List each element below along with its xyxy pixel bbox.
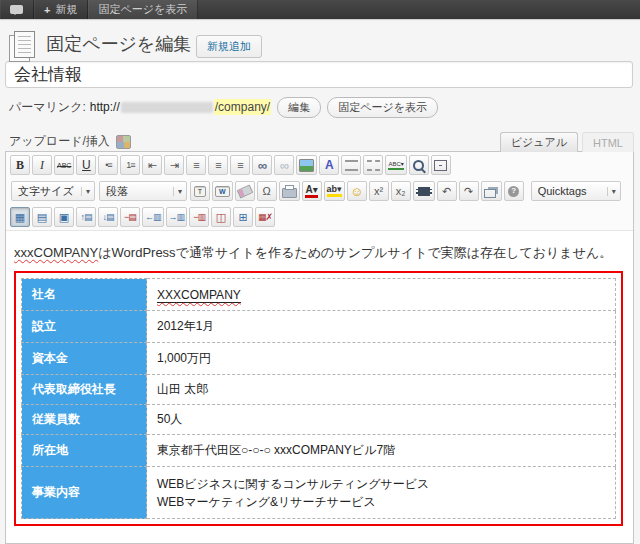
table-row: 所在地 東京都千代田区○-○-○ xxxCOMPANYビル7階 [22,435,616,467]
italic-button[interactable]: I [32,155,52,175]
print-button[interactable] [279,181,300,201]
tab-visual[interactable]: ビジュアル [500,132,578,152]
underline-icon: U [82,159,91,171]
table-value-cell[interactable]: 2012年1月 [147,311,616,343]
format-select[interactable]: 段落 ▾ [99,181,187,201]
highlight-color-button[interactable]: ab▾ [324,181,345,201]
subscript-button[interactable]: x₂ [391,181,411,201]
row-after-icon: ↓▤ [102,213,113,222]
insert-media-button[interactable] [413,181,435,201]
cell-text: 2012年1月 [157,319,214,333]
underline-button[interactable]: U [76,155,96,175]
quicktags-label: Quicktags [538,185,587,197]
insert-table-button[interactable]: ▦ [10,207,30,227]
delete-col-icon: −▥ [193,213,205,222]
table-selection-outline[interactable]: 社名 XXXCOMPANY 設立 2012年1月 [14,271,623,526]
strikethrough-button[interactable]: ABC [54,155,74,175]
table-value-cell[interactable]: 50人 [147,405,616,435]
table-value-cell[interactable]: 東京都千代田区○-○-○ xxxCOMPANYビル7階 [147,435,616,467]
quicktags-select[interactable]: Quicktags ▾ [531,181,621,201]
permalink-slug[interactable]: /company/ [214,99,271,115]
intro-paragraph-text: はWordPressで通常サイトを作るためのサンプルサイトで実際は存在しておりま… [98,245,612,260]
admin-bar-new[interactable]: + 新規 [34,0,88,19]
numbered-list-button[interactable]: 1≡ [120,155,140,175]
paste-word-icon: W [215,186,230,197]
table-header-cell[interactable]: 従業員数 [22,405,147,435]
insert-row-before-button[interactable]: ↑▤ [76,207,96,227]
insert-col-before-button[interactable]: ←▥ [142,207,164,227]
table-cell-props-button[interactable]: ▣ [54,207,74,227]
permalink-row: パーマリンク: http:// /company/ 編集 固定ページを表示 [9,96,634,118]
font-size-select[interactable]: 文字サイズ ▾ [11,181,95,201]
table-header-cell[interactable]: 設立 [22,311,147,343]
editor-tabs: ビジュアル HTML [496,132,634,152]
align-right-button[interactable]: ≡ [230,155,250,175]
page-break-button[interactable] [363,155,383,175]
table-row: 資本金 1,000万円 [22,343,616,375]
add-media-icon[interactable] [116,135,131,149]
bold-button[interactable]: B [10,155,30,175]
emoticon-button[interactable]: ☺ [347,181,367,201]
align-center-button[interactable]: ≡ [208,155,228,175]
delete-table-button[interactable]: ▦✗ [255,207,275,227]
superscript-icon: x² [374,186,383,197]
table-value-cell[interactable]: 1,000万円 [147,343,616,375]
remove-format-button[interactable] [235,181,255,201]
table-row: 設立 2012年1月 [22,311,616,343]
table-icon: ▦ [15,212,25,223]
delete-row-button[interactable]: −▤ [120,207,140,227]
more-tag-button[interactable] [341,155,361,175]
table-value-cell[interactable]: 山田 太郎 [147,375,616,405]
unlink-button[interactable]: ∞ [274,155,294,175]
link-button[interactable]: ∞ [252,155,272,175]
admin-bar: + 新規 固定ページを表示 [0,0,640,19]
table-header-cell[interactable]: 社名 [22,279,147,311]
intro-paragraph: xxxCOMPANYはWordPressで通常サイトを作るためのサンプルサイトで… [14,244,625,261]
table-header-cell[interactable]: 代表取締役社長 [22,375,147,405]
split-cells-button[interactable]: ◫ [211,207,231,227]
insert-image-button[interactable] [296,155,317,175]
table-value-cell[interactable]: WEBビジネスに関するコンサルティングサービス WEBマーケティング&リサーチサ… [147,467,616,519]
indent-icon: ⇥ [170,160,179,171]
col-before-icon: ←▥ [145,213,161,222]
table-header-cell[interactable]: 資本金 [22,343,147,375]
align-left-button[interactable]: ≡ [186,155,206,175]
outdent-button[interactable]: ⇤ [142,155,162,175]
add-new-button[interactable]: 新規追加 [196,35,262,58]
text-color-button[interactable]: A▾ [302,181,322,201]
edit-permalink-button[interactable]: 編集 [277,97,321,118]
superscript-button[interactable]: x² [369,181,389,201]
paste-text-button[interactable]: T [190,181,210,201]
fullscreen-button[interactable] [431,155,451,175]
editor-content[interactable]: xxxCOMPANYはWordPressで通常サイトを作るためのサンプルサイトで… [6,231,633,526]
table-value-cell[interactable]: XXXCOMPANY [147,279,616,311]
indent-button[interactable]: ⇥ [164,155,184,175]
table-header-cell[interactable]: 所在地 [22,435,147,467]
table-row-props-button[interactable]: ▤ [32,207,52,227]
tab-html[interactable]: HTML [582,132,634,152]
redo-button[interactable]: ↷ [459,181,479,201]
special-char-button[interactable]: Ω [257,181,277,201]
table-header-cell[interactable]: 事業内容 [22,467,147,519]
view-page-button[interactable]: 固定ページを表示 [327,97,438,118]
bullet-list-button[interactable]: •≡ [98,155,118,175]
popup-window-button[interactable] [481,181,502,201]
undo-button[interactable]: ↶ [437,181,457,201]
spellcheck-button[interactable]: ABC▾ [385,155,406,175]
table-row: 従業員数 50人 [22,405,616,435]
outdent-icon: ⇤ [148,160,157,171]
merge-cells-button[interactable]: ⊞ [233,207,253,227]
text-style-button[interactable]: A [319,155,339,175]
editor: B I ABC U •≡ 1≡ ⇤ [5,151,634,544]
admin-bar-comments[interactable] [0,0,34,19]
admin-bar-view-page[interactable]: 固定ページを表示 [88,0,198,19]
cell-text: 東京都千代田区○-○-○ xxxCOMPANYビル7階 [157,443,395,457]
help-button[interactable]: ? [504,181,524,201]
post-title-input[interactable] [5,61,633,88]
image-icon [299,159,314,172]
insert-col-after-button[interactable]: →▥ [166,207,188,227]
delete-col-button[interactable]: −▥ [189,207,209,227]
insert-row-after-button[interactable]: ↓▤ [98,207,118,227]
search-button[interactable] [409,155,429,175]
paste-word-button[interactable]: W [212,181,233,201]
